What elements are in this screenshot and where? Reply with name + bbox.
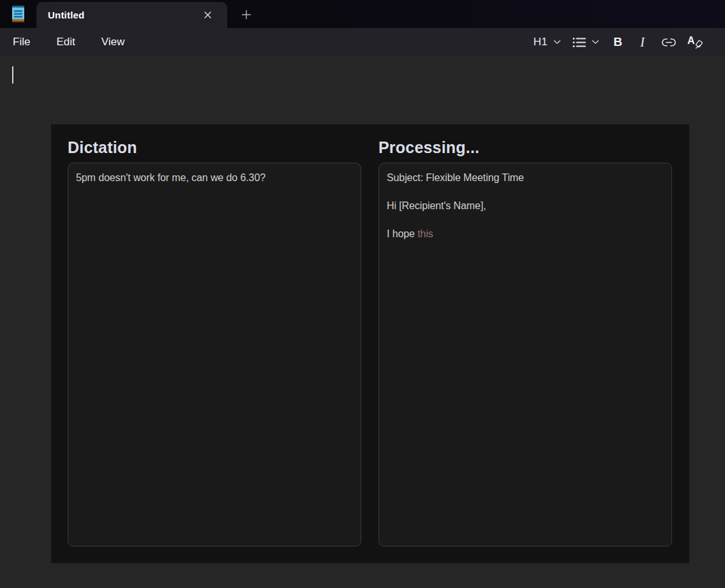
processing-paragraph: Subject: Flexible Meeting Time (387, 171, 664, 185)
chevron-down-icon (553, 40, 561, 45)
link-button[interactable] (659, 32, 679, 52)
new-tab-button[interactable] (237, 6, 255, 23)
menu-bar: File Edit View (0, 33, 149, 51)
bold-button[interactable]: B (608, 32, 628, 52)
dictation-text: 5pm doesn't work for me, can we do 6.30? (76, 171, 353, 185)
clear-format-button[interactable]: A (684, 32, 706, 52)
close-icon (204, 11, 212, 19)
processing-title: Processing... (378, 138, 479, 157)
dictation-dialog: Dictation 5pm doesn't work for me, can w… (51, 124, 689, 563)
menu-file[interactable]: File (11, 33, 31, 51)
toolbar-row: File Edit View H1 (0, 28, 725, 56)
notepad-window: Untitled File Edit View (0, 0, 725, 588)
document-area[interactable]: Dictation 5pm doesn't work for me, can w… (0, 56, 725, 588)
processing-textbox[interactable]: Subject: Flexible Meeting Time Hi [Recip… (378, 163, 672, 547)
bullet-list-icon (572, 37, 586, 48)
processing-current-line: I hope this (387, 227, 664, 241)
dictation-textbox[interactable]: 5pm doesn't work for me, can we do 6.30? (68, 163, 361, 547)
clear-formatting-icon: A (687, 34, 703, 50)
heading-dropdown[interactable]: H1 (530, 32, 564, 52)
tab-close-button[interactable] (199, 7, 216, 24)
dictation-title: Dictation (68, 138, 137, 157)
chevron-down-icon (592, 40, 599, 45)
tab-untitled[interactable]: Untitled (36, 2, 227, 28)
processing-paragraph: Hi [Recipient's Name], (387, 199, 664, 213)
link-icon (662, 38, 676, 47)
tab-title: Untitled (48, 10, 199, 20)
notepad-app-icon (11, 5, 26, 23)
current-line-text: I hope (387, 228, 417, 239)
format-toolbar: H1 B (530, 32, 725, 52)
menu-edit[interactable]: Edit (55, 33, 76, 51)
tab-bar: Untitled (0, 0, 725, 28)
menu-view[interactable]: View (100, 33, 126, 51)
list-dropdown[interactable] (569, 32, 602, 52)
italic-icon: I (640, 35, 647, 50)
italic-button[interactable]: I (633, 32, 654, 52)
typing-word: this (417, 228, 433, 239)
text-caret (12, 66, 13, 84)
plus-icon (241, 10, 251, 20)
bold-icon: B (613, 35, 622, 49)
heading-level-label: H1 (534, 36, 548, 48)
